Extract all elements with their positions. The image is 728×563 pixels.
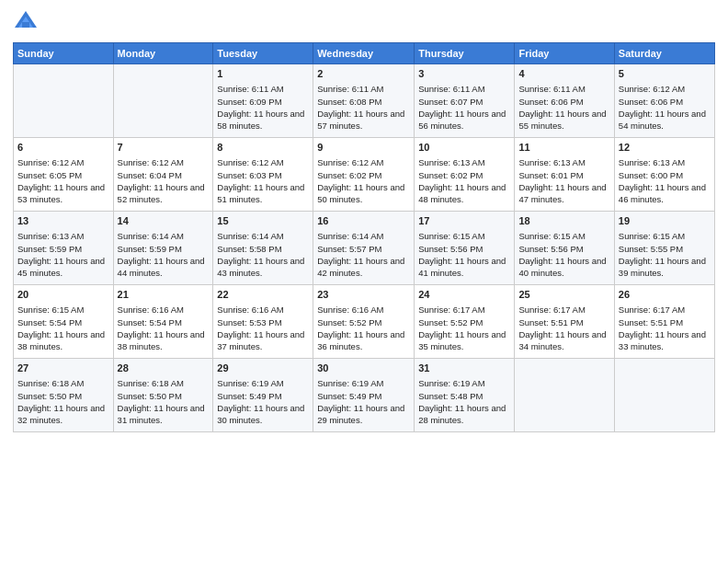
day-info: Sunset: 5:58 PM [217, 243, 309, 255]
day-number: 19 [619, 214, 711, 228]
calendar-cell: 23Sunrise: 6:16 AMSunset: 5:52 PMDayligh… [313, 285, 415, 359]
calendar-cell: 14Sunrise: 6:14 AMSunset: 5:59 PMDayligh… [113, 212, 213, 285]
header [13, 9, 715, 35]
day-info: Sunset: 6:05 PM [17, 169, 109, 181]
day-info: Sunrise: 6:13 AM [518, 156, 609, 168]
day-info: Sunset: 6:07 PM [418, 96, 510, 108]
day-info: Daylight: 11 hours and 43 minutes. [217, 255, 309, 280]
calendar-cell: 1Sunrise: 6:11 AMSunset: 6:09 PMDaylight… [213, 64, 313, 138]
day-number: 14 [118, 214, 210, 228]
calendar-cell: 22Sunrise: 6:16 AMSunset: 5:53 PMDayligh… [213, 285, 313, 359]
day-info: Sunrise: 6:12 AM [217, 156, 309, 168]
weekday-header-row: SundayMondayTuesdayWednesdayThursdayFrid… [14, 43, 715, 64]
day-info: Sunset: 6:01 PM [518, 169, 609, 181]
weekday-header-friday: Friday [515, 43, 614, 64]
day-number: 28 [118, 362, 210, 375]
day-number: 9 [317, 141, 410, 155]
day-info: Sunrise: 6:19 AM [317, 377, 410, 389]
page: SundayMondayTuesdayWednesdayThursdayFrid… [0, 0, 728, 563]
day-info: Sunset: 5:52 PM [317, 316, 410, 328]
day-info: Sunset: 5:59 PM [118, 243, 210, 255]
day-number: 23 [317, 288, 410, 302]
calendar-cell [515, 359, 614, 432]
day-info: Daylight: 11 hours and 51 minutes. [217, 181, 309, 206]
day-info: Daylight: 11 hours and 40 minutes. [518, 255, 609, 280]
day-number: 31 [418, 362, 510, 375]
day-info: Sunset: 5:51 PM [619, 316, 711, 328]
day-info: Sunrise: 6:15 AM [418, 230, 510, 242]
day-number: 27 [17, 362, 109, 375]
weekday-header-monday: Monday [113, 43, 213, 64]
day-number: 25 [518, 288, 609, 302]
day-info: Sunrise: 6:17 AM [418, 304, 510, 316]
calendar-cell: 12Sunrise: 6:13 AMSunset: 6:00 PMDayligh… [614, 138, 714, 212]
day-info: Sunrise: 6:17 AM [518, 304, 609, 316]
day-number: 22 [217, 288, 309, 302]
day-info: Sunrise: 6:12 AM [17, 156, 109, 168]
calendar-cell: 24Sunrise: 6:17 AMSunset: 5:52 PMDayligh… [415, 285, 515, 359]
calendar-cell: 16Sunrise: 6:14 AMSunset: 5:57 PMDayligh… [313, 212, 415, 285]
day-info: Sunset: 6:08 PM [317, 96, 410, 108]
calendar-cell: 20Sunrise: 6:15 AMSunset: 5:54 PMDayligh… [14, 285, 114, 359]
calendar-cell [14, 64, 114, 138]
weekday-header-thursday: Thursday [415, 43, 515, 64]
calendar-week-3: 13Sunrise: 6:13 AMSunset: 5:59 PMDayligh… [14, 212, 715, 285]
day-info: Sunset: 6:02 PM [317, 169, 410, 181]
day-number: 3 [418, 67, 510, 81]
day-number: 15 [217, 214, 309, 228]
day-info: Sunset: 6:00 PM [619, 169, 711, 181]
calendar-cell: 8Sunrise: 6:12 AMSunset: 6:03 PMDaylight… [213, 138, 313, 212]
logo-icon [13, 9, 39, 35]
day-number: 30 [317, 362, 410, 375]
day-info: Daylight: 11 hours and 39 minutes. [619, 255, 711, 280]
calendar-cell: 29Sunrise: 6:19 AMSunset: 5:49 PMDayligh… [213, 359, 313, 432]
weekday-header-sunday: Sunday [14, 43, 114, 64]
day-info: Sunrise: 6:14 AM [317, 230, 410, 242]
day-info: Sunrise: 6:12 AM [619, 83, 711, 95]
calendar-cell: 9Sunrise: 6:12 AMSunset: 6:02 PMDaylight… [313, 138, 415, 212]
calendar-cell: 6Sunrise: 6:12 AMSunset: 6:05 PMDaylight… [14, 138, 114, 212]
day-number: 24 [418, 288, 510, 302]
day-info: Daylight: 11 hours and 47 minutes. [518, 181, 609, 206]
day-info: Daylight: 11 hours and 38 minutes. [17, 328, 109, 353]
weekday-header-tuesday: Tuesday [213, 43, 313, 64]
day-info: Sunrise: 6:11 AM [217, 83, 309, 95]
day-info: Sunrise: 6:13 AM [17, 230, 109, 242]
day-number: 29 [217, 362, 309, 375]
calendar-cell [614, 359, 714, 432]
day-info: Sunset: 5:54 PM [17, 316, 109, 328]
calendar-cell: 2Sunrise: 6:11 AMSunset: 6:08 PMDaylight… [313, 64, 415, 138]
day-info: Sunset: 5:50 PM [17, 390, 109, 402]
day-info: Daylight: 11 hours and 56 minutes. [418, 108, 510, 132]
day-number: 2 [317, 67, 410, 81]
day-info: Sunrise: 6:11 AM [317, 83, 410, 95]
day-number: 8 [217, 141, 309, 155]
day-info: Sunrise: 6:11 AM [418, 83, 510, 95]
calendar-cell: 17Sunrise: 6:15 AMSunset: 5:56 PMDayligh… [415, 212, 515, 285]
day-info: Daylight: 11 hours and 29 minutes. [317, 402, 410, 427]
day-number: 7 [118, 141, 210, 155]
day-info: Daylight: 11 hours and 32 minutes. [17, 402, 109, 427]
day-number: 18 [518, 214, 609, 228]
day-info: Sunrise: 6:19 AM [217, 377, 309, 389]
day-info: Sunset: 6:02 PM [418, 169, 510, 181]
day-number: 13 [17, 214, 109, 228]
calendar-week-2: 6Sunrise: 6:12 AMSunset: 6:05 PMDaylight… [14, 138, 715, 212]
day-info: Sunrise: 6:15 AM [518, 230, 609, 242]
day-info: Daylight: 11 hours and 45 minutes. [17, 255, 109, 280]
day-info: Daylight: 11 hours and 48 minutes. [418, 181, 510, 206]
calendar-cell: 25Sunrise: 6:17 AMSunset: 5:51 PMDayligh… [515, 285, 614, 359]
day-info: Sunrise: 6:18 AM [17, 377, 109, 389]
day-info: Daylight: 11 hours and 38 minutes. [118, 328, 210, 353]
day-info: Sunrise: 6:16 AM [118, 304, 210, 316]
day-number: 6 [17, 141, 109, 155]
day-info: Sunset: 6:03 PM [217, 169, 309, 181]
calendar-cell: 15Sunrise: 6:14 AMSunset: 5:58 PMDayligh… [213, 212, 313, 285]
day-number: 12 [619, 141, 711, 155]
calendar-cell: 30Sunrise: 6:19 AMSunset: 5:49 PMDayligh… [313, 359, 415, 432]
day-info: Sunset: 5:56 PM [418, 243, 510, 255]
day-info: Daylight: 11 hours and 42 minutes. [317, 255, 410, 280]
day-info: Sunrise: 6:19 AM [418, 377, 510, 389]
calendar-cell: 7Sunrise: 6:12 AMSunset: 6:04 PMDaylight… [113, 138, 213, 212]
day-info: Sunset: 5:52 PM [418, 316, 510, 328]
